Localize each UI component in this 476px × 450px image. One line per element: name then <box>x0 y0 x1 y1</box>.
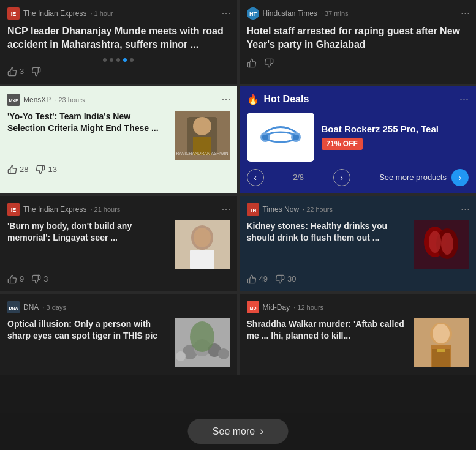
source-logo-midday: MD <box>247 301 259 313</box>
product-name: Boat Rockerz 255 Pro, Teal <box>322 124 439 134</box>
card-optical-illusion[interactable]: DNA DNA · 3 days Optical illusion: Only … <box>0 294 237 375</box>
see-more-arrow-icon: › <box>260 425 263 438</box>
text-part: 'Burn my body, don't build any memorial'… <box>7 220 168 269</box>
headphone-svg <box>256 119 305 156</box>
dot-3 <box>116 58 120 62</box>
dot-4 <box>123 58 127 62</box>
source-row: IE The Indian Express · 1 hour <box>7 7 230 20</box>
source-logo-dna: DNA <box>7 301 20 313</box>
see-more-products: See more products › <box>379 169 469 186</box>
deal-next-button[interactable]: › <box>333 169 350 186</box>
source-logo-mensxp: MXP <box>7 94 20 106</box>
thumbup-icon <box>247 274 257 284</box>
article-thumbnail <box>175 318 230 367</box>
more-button[interactable]: ··· <box>221 203 230 214</box>
dislike-button[interactable]: 13 <box>36 165 56 174</box>
product-image <box>247 113 314 162</box>
svg-text:HT: HT <box>249 11 257 17</box>
more-button[interactable]: ··· <box>459 94 469 105</box>
thumbdown-icon <box>275 274 285 284</box>
thumbup-icon <box>247 58 257 68</box>
svg-point-28 <box>441 233 453 255</box>
thumbup-icon <box>7 67 17 77</box>
dot-2 <box>110 58 113 62</box>
more-button[interactable]: ··· <box>221 7 230 18</box>
article-thumbnail <box>175 220 230 269</box>
more-button[interactable]: ··· <box>221 94 230 105</box>
like-button[interactable]: 28 <box>7 165 28 174</box>
thumbdown-icon <box>31 274 41 284</box>
card-ncp-leader[interactable]: IE The Indian Express · 1 hour NCP leade… <box>0 0 237 84</box>
source-name: MensXP <box>23 96 51 104</box>
like-button[interactable]: 9 <box>7 274 24 284</box>
see-more-products-label: See more products <box>379 173 447 182</box>
news-grid: IE The Indian Express · 1 hour NCP leade… <box>0 0 476 375</box>
dislike-button[interactable]: 30 <box>275 274 296 284</box>
source-time: · 3 days <box>42 304 66 311</box>
source-name: Times Now <box>263 205 300 214</box>
source-logo-ie: IE <box>7 7 20 20</box>
source-time: · 23 hours <box>55 96 85 103</box>
more-button[interactable]: ··· <box>461 7 470 18</box>
source-name: DNA <box>23 303 39 312</box>
article-thumbnail: RAVICHANDRAN ASHWIN <box>175 111 230 160</box>
thumbdown-icon <box>31 67 41 77</box>
card-shraddha[interactable]: MD Mid-Day · 12 hours Shraddha Walkar mu… <box>240 294 477 375</box>
action-row: 28 13 <box>7 165 230 174</box>
card-kidney[interactable]: TN Times Now · 22 hours Kidney stones: H… <box>240 196 477 291</box>
thumbup-icon <box>7 274 17 284</box>
source-row: DNA DNA · 3 days <box>7 301 230 313</box>
card-content: 'Burn my body, don't build any memorial'… <box>7 220 230 269</box>
card-lingayat[interactable]: IE The Indian Express · 21 hours 'Burn m… <box>0 196 237 291</box>
article-title: 'Yo-Yo Test': Team India's New Selection… <box>7 111 168 135</box>
source-name: The Indian Express <box>23 205 86 214</box>
dislike-button[interactable]: 3 <box>31 274 48 284</box>
svg-rect-15 <box>293 135 299 140</box>
action-row: 9 3 <box>7 274 230 284</box>
svg-point-27 <box>429 231 441 253</box>
article-title: 'Burn my body, don't build any memorial'… <box>7 220 168 244</box>
article-title: Shraddha Walkar murder: 'Aftab called me… <box>247 318 408 342</box>
source-row: IE The Indian Express · 21 hours <box>7 203 230 216</box>
deal-prev-button[interactable]: ‹ <box>247 169 264 186</box>
source-name: Hindustan Times <box>263 9 317 18</box>
deal-counter: 2/8 <box>293 173 304 182</box>
card-hot-deals[interactable]: 🔥 Hot Deals ··· Boat Rockerz 255 Pro, Te… <box>240 86 477 193</box>
thumbdown-icon <box>36 165 45 174</box>
svg-point-36 <box>218 348 229 359</box>
discount-badge: 71% OFF <box>322 138 363 150</box>
like-button[interactable]: 3 <box>7 67 24 77</box>
svg-text:TN: TN <box>249 208 256 213</box>
deal-content: Boat Rockerz 255 Pro, Teal 71% OFF <box>247 113 469 162</box>
text-part: 'Yo-Yo Test': Team India's New Selection… <box>7 111 168 160</box>
text-part: Kidney stones: Healthy drinks you should… <box>247 220 408 269</box>
article-title: Kidney stones: Healthy drinks you should… <box>247 220 408 244</box>
see-more-arrow[interactable]: › <box>451 169 469 186</box>
source-row: HT Hindustan Times · 37 mins <box>247 7 469 20</box>
deal-navigation: ‹ 2/8 › See more products › <box>247 169 469 186</box>
svg-text:RAVICHANDRAN ASHWIN: RAVICHANDRAN ASHWIN <box>176 151 228 156</box>
see-more-button[interactable]: See more › <box>188 419 288 444</box>
article-title: NCP leader Dhananjay Munde meets with ro… <box>7 24 230 52</box>
source-time: · 12 hours <box>293 304 323 311</box>
hot-deals-header: 🔥 Hot Deals ··· <box>247 94 469 105</box>
card-yoyo-test[interactable]: MXP MensXP · 23 hours 'Yo-Yo Test': Team… <box>0 86 237 193</box>
article-thumbnail <box>414 318 469 367</box>
like-button[interactable]: 49 <box>247 274 268 284</box>
source-name: Mid-Day <box>263 303 290 312</box>
dislike-button[interactable] <box>264 58 274 68</box>
source-row: TN Times Now · 22 hours <box>247 203 469 216</box>
svg-point-21 <box>194 228 211 247</box>
card-content: 'Yo-Yo Test': Team India's New Selection… <box>7 111 230 160</box>
more-button[interactable]: ··· <box>461 203 470 214</box>
dislike-button[interactable] <box>31 67 41 77</box>
svg-point-35 <box>176 351 186 361</box>
card-hotel-staff[interactable]: HT Hindustan Times · 37 mins Hotel staff… <box>240 0 477 84</box>
svg-point-43 <box>433 324 450 343</box>
svg-rect-14 <box>262 135 268 140</box>
source-time: · 21 hours <box>90 206 120 213</box>
source-row: MD Mid-Day · 12 hours <box>247 301 469 313</box>
svg-text:IE: IE <box>11 11 17 17</box>
like-button[interactable] <box>247 58 257 68</box>
dot-5 <box>130 58 134 62</box>
